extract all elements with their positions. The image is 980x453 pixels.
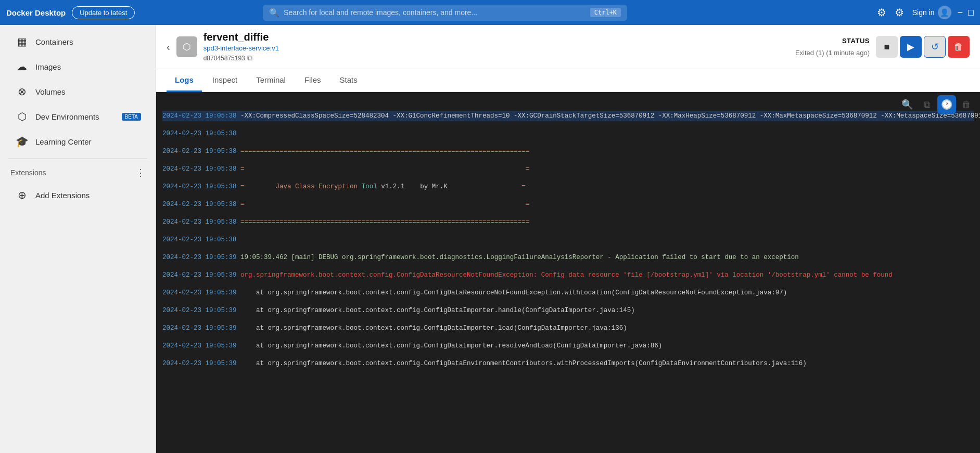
sidebar-label-add-extensions: Add Extensions bbox=[35, 191, 141, 200]
logs-container[interactable]: 2024-02-23 19:05:38 -XX:CompressedClassS… bbox=[156, 92, 980, 453]
restart-button[interactable]: ↺ bbox=[924, 36, 946, 58]
log-line: 2024-02-23 19:05:39 at org.springframewo… bbox=[162, 341, 974, 351]
log-timestamp-button[interactable]: 🕐 bbox=[937, 95, 956, 114]
brand-label: Docker Desktop bbox=[6, 8, 66, 17]
sidebar-item-containers[interactable]: ▦ Containers bbox=[4, 30, 151, 53]
maximize-button[interactable]: □ bbox=[968, 7, 974, 18]
log-line: 2024-02-23 19:05:38 bbox=[162, 128, 974, 139]
sidebar-label-learning-center: Learning Center bbox=[35, 137, 141, 146]
search-icon: 🔍 bbox=[269, 8, 279, 18]
extensions-section: Extensions ⋮ bbox=[0, 163, 156, 183]
log-search-button[interactable]: 🔍 bbox=[898, 95, 917, 114]
sidebar-item-dev-environments[interactable]: ⬡ Dev Environments BETA bbox=[4, 105, 151, 128]
log-line: 2024-02-23 19:05:38 = = bbox=[162, 164, 974, 174]
sidebar-label-dev-environments: Dev Environments bbox=[35, 112, 116, 121]
keyboard-shortcut: Ctrl+K bbox=[590, 8, 621, 17]
log-line: 2024-02-23 19:05:38 ====================… bbox=[162, 146, 974, 157]
log-copy-button[interactable]: ⧉ bbox=[918, 95, 936, 114]
images-icon: ☁ bbox=[15, 60, 29, 73]
status-label: STATUS bbox=[842, 37, 870, 45]
main-layout: ▦ Containers ☁ Images ⊗ Volumes ⬡ Dev En… bbox=[0, 25, 980, 453]
play-button[interactable]: ▶ bbox=[900, 36, 922, 58]
logs-wrapper: 🔍 ⧉ 🕐 🗑 2024-02-23 19:05:38 -XX:Compress… bbox=[156, 92, 980, 453]
dev-env-icon: ⬡ bbox=[15, 110, 29, 123]
beta-badge: BETA bbox=[122, 113, 141, 121]
log-line: 2024-02-23 19:05:39 at org.springframewo… bbox=[162, 305, 974, 316]
stop-button[interactable]: ■ bbox=[876, 36, 898, 58]
sidebar-label-volumes: Volumes bbox=[35, 87, 141, 96]
sidebar-divider bbox=[8, 158, 147, 159]
copy-id-icon[interactable]: ⧉ bbox=[247, 54, 252, 62]
log-line: 2024-02-23 19:05:38 -XX:CompressedClassS… bbox=[162, 111, 974, 121]
containers-icon: ▦ bbox=[15, 35, 29, 48]
extensions-icon[interactable]: ⚙ bbox=[877, 6, 886, 19]
minimize-button[interactable]: − bbox=[958, 7, 963, 18]
container-header: ‹ ⬡ fervent_diffie spd3-interface-servic… bbox=[156, 25, 980, 69]
sidebar-item-add-extensions[interactable]: ⊕ Add Extensions bbox=[4, 184, 151, 206]
log-action-bar: 🔍 ⧉ 🕐 🗑 bbox=[894, 92, 980, 117]
delete-button[interactable]: 🗑 bbox=[948, 36, 970, 58]
log-line: 2024-02-23 19:05:39 at org.springframewo… bbox=[162, 358, 974, 369]
sidebar-item-learning-center[interactable]: 🎓 Learning Center bbox=[4, 130, 151, 153]
container-name: fervent_diffie bbox=[203, 31, 789, 43]
sidebar-item-volumes[interactable]: ⊗ Volumes bbox=[4, 80, 151, 103]
tab-terminal[interactable]: Terminal bbox=[248, 69, 294, 92]
add-extensions-icon: ⊕ bbox=[15, 189, 29, 201]
topbar: Docker Desktop Update to latest 🔍 Ctrl+K… bbox=[0, 0, 980, 25]
tab-logs[interactable]: Logs bbox=[167, 69, 202, 92]
status-text: Exited (1) (1 minute ago) bbox=[795, 49, 870, 57]
log-line: 2024-02-23 19:05:39 at org.springframewo… bbox=[162, 323, 974, 333]
volumes-icon: ⊗ bbox=[15, 85, 29, 98]
log-line: 2024-02-23 19:05:38 = = bbox=[162, 199, 974, 210]
tab-stats[interactable]: Stats bbox=[332, 69, 366, 92]
back-button[interactable]: ‹ bbox=[167, 41, 170, 53]
learning-center-icon: 🎓 bbox=[15, 135, 29, 148]
log-line: 2024-02-23 19:05:39 19:05:39.462 [main] … bbox=[162, 252, 974, 263]
log-line: 2024-02-23 19:05:38 = Java Class Encrypt… bbox=[162, 182, 974, 192]
tabs: Logs Inspect Terminal Files Stats bbox=[156, 69, 980, 92]
extensions-label: Extensions bbox=[10, 169, 46, 177]
log-line: 2024-02-23 19:05:38 bbox=[162, 235, 974, 245]
sidebar-label-containers: Containers bbox=[35, 37, 141, 46]
search-bar: 🔍 Ctrl+K bbox=[263, 5, 627, 21]
container-status-section: STATUS Exited (1) (1 minute ago) bbox=[795, 37, 870, 57]
container-id: d87045875193 ⧉ bbox=[203, 54, 789, 62]
tab-files[interactable]: Files bbox=[296, 69, 329, 92]
container-actions: ■ ▶ ↺ 🗑 bbox=[876, 36, 970, 58]
container-info: fervent_diffie spd3-interface-service:v1… bbox=[203, 31, 789, 62]
log-line: 2024-02-23 19:05:38 ====================… bbox=[162, 217, 974, 227]
sign-in-button[interactable]: Sign in 👤 bbox=[912, 6, 951, 19]
window-controls: − □ bbox=[958, 7, 974, 18]
sidebar-label-images: Images bbox=[35, 62, 141, 71]
search-input[interactable] bbox=[284, 8, 586, 17]
topbar-actions: ⚙ ⚙ Sign in 👤 bbox=[877, 6, 951, 19]
log-clear-button[interactable]: 🗑 bbox=[957, 95, 976, 114]
sidebar-item-images[interactable]: ☁ Images bbox=[4, 55, 151, 78]
extensions-more-icon[interactable]: ⋮ bbox=[136, 167, 145, 178]
content-area: ‹ ⬡ fervent_diffie spd3-interface-servic… bbox=[156, 25, 980, 453]
settings-icon[interactable]: ⚙ bbox=[895, 6, 904, 19]
log-line: 2024-02-23 19:05:39 org.springframework.… bbox=[162, 270, 974, 280]
avatar: 👤 bbox=[938, 6, 951, 19]
sidebar: ▦ Containers ☁ Images ⊗ Volumes ⬡ Dev En… bbox=[0, 25, 156, 453]
container-image-link[interactable]: spd3-interface-service:v1 bbox=[203, 44, 279, 52]
tab-inspect[interactable]: Inspect bbox=[204, 69, 246, 92]
log-line: 2024-02-23 19:05:39 at org.springframewo… bbox=[162, 288, 974, 298]
container-icon: ⬡ bbox=[176, 36, 197, 57]
update-button[interactable]: Update to latest bbox=[72, 6, 135, 19]
